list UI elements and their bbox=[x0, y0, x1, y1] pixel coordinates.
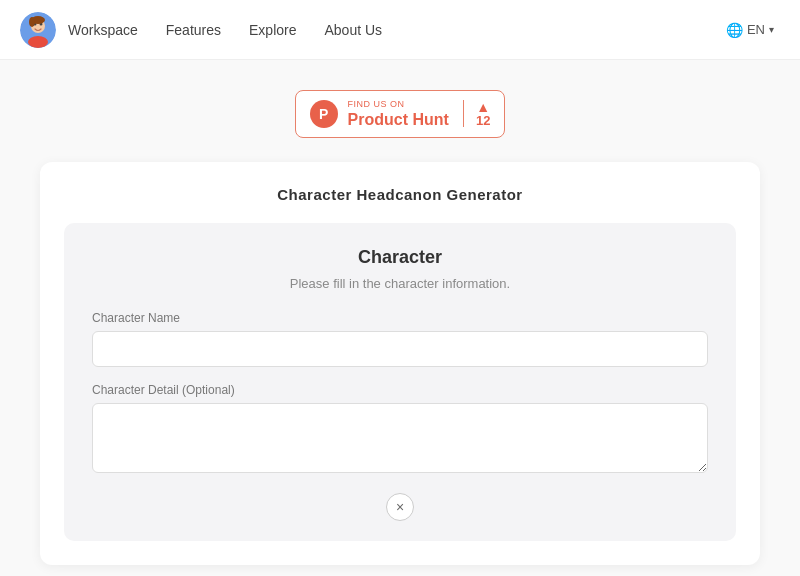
close-btn-row: × bbox=[92, 493, 708, 521]
inner-card-title: Character bbox=[92, 247, 708, 268]
ph-upvote-count: 12 bbox=[476, 114, 490, 127]
character-detail-textarea[interactable] bbox=[92, 403, 708, 473]
inner-card: Character Please fill in the character i… bbox=[64, 223, 736, 541]
card-wrapper: Character Headcanon Generator Character … bbox=[40, 162, 760, 565]
inner-card-subtitle: Please fill in the character information… bbox=[92, 276, 708, 291]
close-button[interactable]: × bbox=[386, 493, 414, 521]
nav-explore[interactable]: Explore bbox=[249, 22, 296, 38]
character-name-input[interactable] bbox=[92, 331, 708, 367]
ph-upvote-block: ▲ 12 bbox=[463, 100, 490, 127]
language-selector[interactable]: 🌐 EN ▾ bbox=[720, 18, 780, 42]
nav-about[interactable]: About Us bbox=[325, 22, 383, 38]
svg-point-6 bbox=[29, 17, 35, 27]
logo-avatar bbox=[20, 12, 56, 48]
nav-features[interactable]: Features bbox=[166, 22, 221, 38]
ph-find-us-label: FIND US ON bbox=[348, 99, 449, 110]
main-content: P FIND US ON Product Hunt ▲ 12 Character… bbox=[0, 60, 800, 576]
navbar: Workspace Features Explore About Us 🌐 EN… bbox=[0, 0, 800, 60]
ph-text-block: FIND US ON Product Hunt bbox=[348, 99, 449, 129]
character-name-label: Character Name bbox=[92, 311, 708, 325]
card-title: Character Headcanon Generator bbox=[64, 186, 736, 203]
character-detail-group: Character Detail (Optional) bbox=[92, 383, 708, 477]
chevron-down-icon: ▾ bbox=[769, 24, 774, 35]
character-name-group: Character Name bbox=[92, 311, 708, 367]
product-hunt-badge[interactable]: P FIND US ON Product Hunt ▲ 12 bbox=[295, 90, 506, 138]
navbar-right: 🌐 EN ▾ bbox=[720, 18, 780, 42]
nav-workspace[interactable]: Workspace bbox=[68, 22, 138, 38]
nav-links: Workspace Features Explore About Us bbox=[68, 22, 720, 38]
ph-name-label: Product Hunt bbox=[348, 110, 449, 129]
globe-icon: 🌐 bbox=[726, 22, 743, 38]
upvote-triangle-icon: ▲ bbox=[476, 100, 490, 114]
lang-label: EN bbox=[747, 22, 765, 37]
character-detail-label: Character Detail (Optional) bbox=[92, 383, 708, 397]
svg-point-2 bbox=[28, 36, 48, 48]
ph-logo: P bbox=[310, 100, 338, 128]
